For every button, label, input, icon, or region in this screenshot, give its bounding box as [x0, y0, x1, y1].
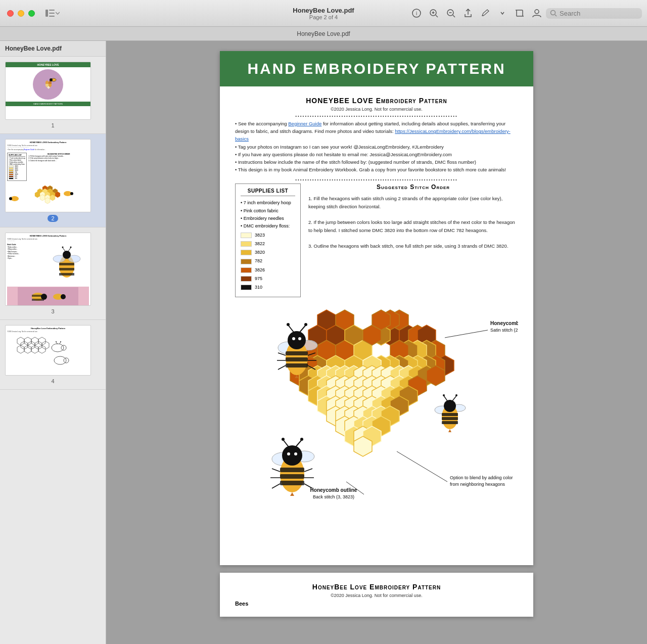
page-thumb-3[interactable]: HONEYBEE LOVE Embroidery Pattern ©2020 J…: [0, 227, 106, 320]
swatch-310: [241, 285, 252, 290]
svg-point-27: [50, 78, 53, 81]
zoom-in-button[interactable]: [426, 5, 442, 21]
color-swatch-975: 975: [241, 275, 295, 283]
annotate-chevron[interactable]: [494, 5, 511, 21]
chevron-down-icon: [56, 11, 60, 15]
svg-point-202: [292, 337, 295, 340]
page2-bullets: • See the accompanying Beginner Guide fo…: [235, 120, 518, 173]
page-thumb-1[interactable]: HONEYBEE LOVE: [0, 57, 106, 134]
swatch-3820: [241, 250, 252, 255]
pencil-icon: [481, 9, 490, 18]
page-num-2: 2: [5, 215, 101, 222]
color-swatch-3823: 3823: [241, 232, 295, 239]
supplies-box: SUPPLIES LIST • 7 inch embroidery hoop •…: [235, 183, 301, 297]
svg-rect-198: [286, 351, 308, 355]
svg-point-55: [63, 251, 71, 259]
thumb1-circle: [33, 69, 63, 100]
dots-line-bottom: ••••••••••••••••••••••••••••••••••••••••…: [235, 177, 518, 182]
svg-point-48: [70, 192, 73, 195]
svg-text:Honeycomb centers: Honeycomb centers: [490, 320, 518, 326]
svg-point-18: [551, 11, 556, 15]
thumb1-banner: HONEYBEE LOVE: [6, 62, 90, 67]
svg-point-201: [288, 331, 306, 349]
page-num-3: 3: [5, 308, 101, 314]
titlebar: HoneyBee Love.pdf Page 2 of 4 i: [0, 0, 647, 27]
stitch-title: Suggested Stitch Order: [308, 183, 518, 191]
zoom-out-button[interactable]: [443, 5, 459, 21]
svg-marker-246: [448, 429, 451, 432]
svg-point-207: [304, 323, 307, 326]
content-area[interactable]: HAND EMBROIDERY PATTERN HONEYBEE LOVE Em…: [106, 41, 647, 644]
search-input[interactable]: [560, 10, 635, 17]
svg-line-58: [68, 248, 71, 251]
svg-point-59: [70, 247, 72, 248]
info-button[interactable]: i: [408, 5, 425, 21]
svg-line-244: [452, 396, 456, 401]
svg-text:Back stitch (3, 3823): Back stitch (3, 3823): [313, 494, 354, 499]
svg-rect-238: [442, 413, 458, 416]
page2-columns: SUPPLIES LIST • 7 inch embroidery hoop •…: [235, 183, 518, 297]
supplies-list: • 7 inch embroidery hoop • Pink cotton f…: [241, 199, 295, 291]
stitch-text: 1. Fill the hexagons with satin stitch u…: [308, 195, 518, 250]
svg-rect-1: [49, 10, 55, 11]
thumb2-content: HONEYBEE LOVE Embroidery Pattern ©2020 J…: [6, 140, 90, 212]
color-num-3822: 3822: [255, 240, 265, 248]
thumb-image-3: HONEYBEE LOVE Embroidery Pattern ©2020 J…: [5, 233, 91, 306]
svg-point-85: [54, 356, 66, 364]
sidebar[interactable]: HoneyBee Love.pdf HONEYBEE LOVE: [0, 41, 106, 644]
page2-main-title: HONEYBEE LOVE Embroidery Pattern: [235, 97, 518, 105]
close-button[interactable]: [7, 10, 14, 17]
svg-point-245: [455, 394, 457, 396]
svg-point-45: [9, 197, 12, 200]
file-name: HoneyBee Love.pdf: [293, 7, 354, 14]
share-button[interactable]: [460, 5, 476, 21]
search-box[interactable]: [546, 8, 642, 19]
svg-line-9: [436, 15, 438, 17]
svg-line-206: [300, 325, 306, 332]
color-num-3826: 3826: [255, 266, 265, 274]
svg-rect-3: [49, 16, 55, 17]
svg-line-232: [304, 469, 312, 472]
fullscreen-button[interactable]: [28, 10, 35, 17]
pdf-page-2: HAND EMBROIDERY PATTERN HONEYBEE LOVE Em…: [220, 51, 533, 565]
svg-line-19: [555, 15, 557, 16]
svg-point-66: [61, 294, 66, 299]
pdf-page-3-teaser: HoneyBee Love Embroidery Pattern ©2020 J…: [220, 573, 533, 617]
svg-rect-219: [280, 474, 304, 479]
svg-point-222: [287, 452, 290, 455]
svg-line-56: [63, 248, 65, 251]
diagram-area: Honeycomb centers Satin stitch (2, see c…: [235, 302, 518, 550]
color-num-310: 310: [255, 284, 262, 291]
annotate-button[interactable]: [477, 5, 493, 21]
traffic-lights: [0, 10, 35, 17]
stitch-order: Suggested Stitch Order 1. Fill the hexag…: [308, 183, 518, 297]
sidebar-icon: [45, 10, 55, 17]
share-icon: [464, 9, 473, 18]
website-link[interactable]: https://JessicaLongEmbroidery.com/blogs/…: [235, 128, 511, 142]
svg-point-17: [535, 10, 539, 14]
minimize-button[interactable]: [18, 10, 24, 17]
svg-line-211: [278, 365, 286, 370]
page2-body: HONEYBEE LOVE Embroidery Pattern ©2020 J…: [220, 86, 533, 565]
color-swatch-782: 782: [241, 257, 295, 265]
svg-marker-228: [290, 492, 294, 496]
swatch-3822: [241, 241, 252, 247]
thumb1-bottom: HAND EMBROIDERY PATTERN: [6, 102, 90, 106]
color-num-782: 782: [255, 257, 262, 265]
svg-line-12: [453, 15, 455, 17]
color-num-3820: 3820: [255, 249, 265, 256]
zoom-out-icon: [446, 9, 455, 18]
crop-button[interactable]: [512, 5, 528, 21]
svg-point-221: [282, 445, 302, 466]
page-thumb-2[interactable]: HONEYBEE LOVE Embroidery Pattern ©2020 J…: [0, 134, 106, 227]
svg-point-227: [300, 438, 303, 441]
thumb-image-2: HONEYBEE LOVE Embroidery Pattern ©2020 J…: [5, 139, 91, 212]
page-thumb-4[interactable]: HoneyBee Love Embroidery Pattern ©2020 J…: [0, 320, 106, 390]
svg-rect-240: [442, 421, 458, 424]
svg-line-204: [288, 325, 294, 332]
person-button[interactable]: [529, 5, 545, 21]
beginner-guide-link[interactable]: Beginner Guide: [288, 121, 321, 126]
thumb2-title: HONEYBEE LOVE Embroidery Pattern: [7, 141, 89, 144]
sidebar-toggle-button[interactable]: [42, 7, 63, 19]
color-swatch-310: 310: [241, 284, 295, 291]
